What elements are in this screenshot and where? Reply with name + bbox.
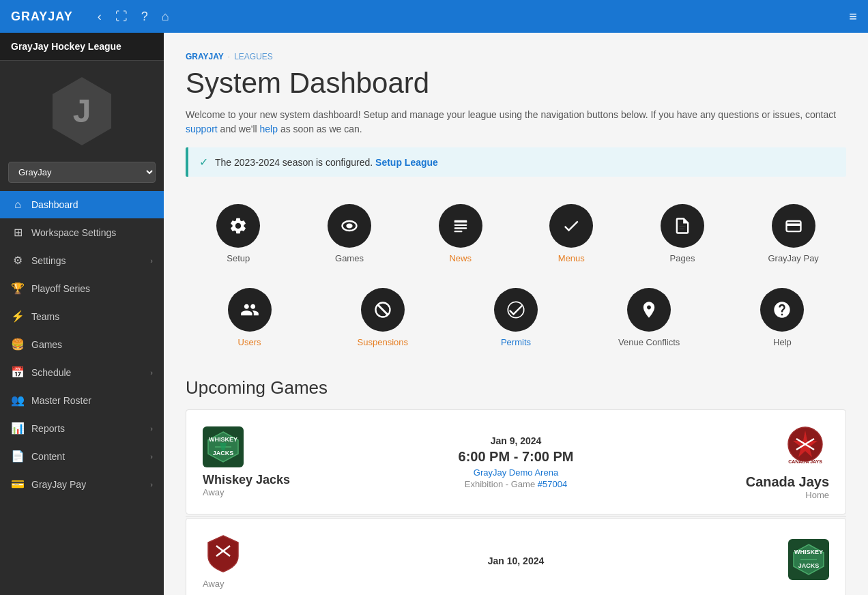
breadcrumb-leagues: LEAGUES xyxy=(234,52,273,61)
hamburger-menu[interactable]: ≡ xyxy=(849,9,857,25)
settings-icon: ⚙ xyxy=(11,254,25,267)
away-team-1: WHISKEY JACKS Whiskey Jacks Away xyxy=(203,426,326,497)
grayjay-pay-arrow: › xyxy=(150,480,153,489)
sidebar-nav: ⌂ Dashboard ⊞ Workspace Settings ⚙ Setti… xyxy=(0,191,164,498)
sidebar-item-playoff-series[interactable]: 🏆 Playoff Series xyxy=(0,274,164,302)
svg-text:WHISKEY: WHISKEY xyxy=(794,549,823,555)
red-shield-logo xyxy=(203,532,244,573)
grid-item-suspensions[interactable]: Suspensions xyxy=(319,280,446,355)
sidebar-item-reports[interactable]: 📊 Reports › xyxy=(0,414,164,442)
help-circle xyxy=(760,288,804,332)
home-team-1: CANADA JAYS Canada Jays Home xyxy=(706,424,829,500)
grid-item-users[interactable]: Users xyxy=(186,280,313,355)
content-arrow: › xyxy=(150,452,153,461)
help-link[interactable]: help xyxy=(260,124,278,134)
icon-grid-row1: Setup Games News xyxy=(186,196,846,272)
svg-text:JACKS: JACKS xyxy=(798,562,820,569)
expand-icon[interactable]: ⛶ xyxy=(115,10,128,24)
permits-circle xyxy=(494,288,538,332)
grayjay-pay-label: GrayJay Pay xyxy=(768,253,818,263)
home-team-name-1: Canada Jays xyxy=(746,474,829,490)
whiskey-jacks-logo-2: WHISKEY JACKS xyxy=(788,539,829,580)
sidebar-item-schedule[interactable]: 📅 Schedule › xyxy=(0,358,164,386)
top-nav-icons: ‹ ⛶ ? ⌂ xyxy=(98,10,169,24)
setup-circle xyxy=(216,204,260,248)
svg-text:WHISKEY: WHISKEY xyxy=(209,436,237,443)
setup-label: Setup xyxy=(227,253,250,263)
brand-logo: GRAYJAY xyxy=(11,10,73,24)
top-nav: GRAYJAY ‹ ⛶ ? ⌂ ≡ xyxy=(0,0,868,33)
check-icon: ✓ xyxy=(199,156,208,169)
grid-item-venue-conflicts[interactable]: Venue Conflicts xyxy=(585,280,713,355)
back-icon[interactable]: ‹ xyxy=(98,10,102,24)
venue-conflicts-label: Venue Conflicts xyxy=(618,337,680,347)
svg-rect-3 xyxy=(454,224,467,226)
game-venue-1: GrayJay Demo Arena xyxy=(326,467,706,478)
game-middle-1: Jan 9, 2024 6:00 PM - 7:00 PM GrayJay De… xyxy=(326,435,706,489)
grid-item-help[interactable]: Help xyxy=(719,280,846,355)
permits-label: Permits xyxy=(501,337,531,347)
users-circle xyxy=(228,288,272,332)
games-circle xyxy=(328,204,371,248)
setup-league-link[interactable]: Setup League xyxy=(375,157,438,168)
upcoming-games-title: Upcoming Games xyxy=(186,377,846,398)
game-middle-2: Jan 10, 2024 xyxy=(326,555,706,566)
playoff-series-icon: 🏆 xyxy=(11,282,25,295)
sidebar: GrayJay Hockey League J GrayJay ⌂ Dashbo… xyxy=(0,33,164,595)
support-link[interactable]: support xyxy=(186,124,218,134)
alert-banner: ✓ The 2023-2024 season is configured. Se… xyxy=(186,147,846,177)
svg-rect-7 xyxy=(679,229,684,230)
sidebar-item-settings[interactable]: ⚙ Settings › xyxy=(0,246,164,274)
news-label: News xyxy=(449,253,472,263)
main-content: GRAYJAY · LEAGUES System Dashboard Welco… xyxy=(164,33,868,595)
canada-jays-logo: CANADA JAYS xyxy=(781,424,829,471)
master-roster-icon: 👥 xyxy=(11,394,25,407)
menus-circle xyxy=(549,204,593,248)
sidebar-item-teams[interactable]: ⚡ Teams xyxy=(0,302,164,330)
svg-rect-4 xyxy=(454,227,467,229)
suspensions-circle xyxy=(361,288,405,332)
grayjay-pay-icon: 💳 xyxy=(11,478,25,491)
svg-rect-5 xyxy=(454,231,462,232)
page-description: Welcome to your new system dashboard! Se… xyxy=(186,108,846,136)
home-icon[interactable]: ⌂ xyxy=(162,10,169,24)
games-label: Games xyxy=(335,253,364,263)
grid-item-grayjay-pay[interactable]: GrayJay Pay xyxy=(740,196,846,272)
game-date-1: Jan 9, 2024 xyxy=(326,435,706,446)
sidebar-item-master-roster[interactable]: 👥 Master Roster xyxy=(0,386,164,414)
page-title: System Dashboard xyxy=(186,67,846,100)
grid-item-news[interactable]: News xyxy=(407,196,513,272)
help-icon[interactable]: ? xyxy=(141,10,148,24)
breadcrumb: GRAYJAY · LEAGUES xyxy=(186,52,846,61)
menus-label: Menus xyxy=(558,253,585,263)
sidebar-item-grayjay-pay[interactable]: 💳 GrayJay Pay › xyxy=(0,470,164,498)
sidebar-item-dashboard[interactable]: ⌂ Dashboard xyxy=(0,191,164,218)
grid-item-menus[interactable]: Menus xyxy=(519,196,624,272)
grid-item-pages[interactable]: Pages xyxy=(630,196,736,272)
game-card-1: WHISKEY JACKS Whiskey Jacks Away Jan 9, … xyxy=(186,409,846,514)
away-team-2: Away xyxy=(203,532,326,589)
game-number-link-1[interactable]: #57004 xyxy=(538,479,567,489)
grid-item-setup[interactable]: Setup xyxy=(186,196,291,272)
workspace-selector[interactable]: GrayJay xyxy=(8,162,156,183)
users-label: Users xyxy=(238,337,261,347)
schedule-icon: 📅 xyxy=(11,366,25,379)
svg-rect-2 xyxy=(454,220,467,223)
svg-point-12 xyxy=(508,302,523,317)
dashboard-icon: ⌂ xyxy=(11,199,25,211)
sidebar-item-workspace-settings[interactable]: ⊞ Workspace Settings xyxy=(0,218,164,246)
sidebar-league-name: GrayJay Hockey League xyxy=(0,33,164,61)
breadcrumb-grayjay: GRAYJAY xyxy=(186,52,224,61)
sidebar-item-games[interactable]: 🍔 Games xyxy=(0,330,164,358)
game-type-1: Exhibition - Game #57004 xyxy=(326,479,706,489)
away-side-2: Away xyxy=(203,579,225,589)
away-side-1: Away xyxy=(203,487,225,497)
schedule-arrow: › xyxy=(150,368,153,377)
home-team-2: WHISKEY JACKS xyxy=(706,539,829,583)
sidebar-item-content[interactable]: 📄 Content › xyxy=(0,442,164,470)
alert-text: The 2023-2024 season is configured. Setu… xyxy=(215,157,438,168)
svg-rect-6 xyxy=(679,226,685,227)
grid-item-permits[interactable]: Permits xyxy=(452,280,579,355)
grid-item-games[interactable]: Games xyxy=(297,196,403,272)
whiskey-jacks-logo: WHISKEY JACKS xyxy=(203,426,244,467)
